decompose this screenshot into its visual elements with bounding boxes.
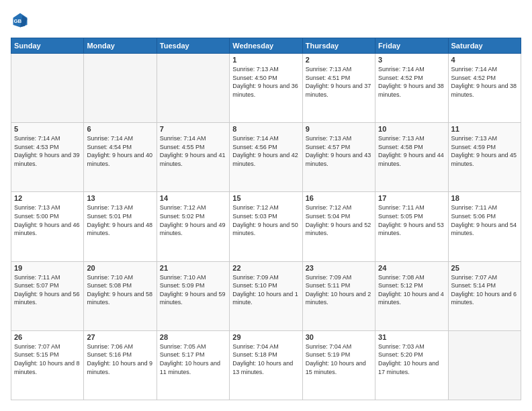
day-cell <box>11 54 84 123</box>
logo: GB <box>11 11 32 30</box>
day-cell: 2Sunrise: 7:13 AM Sunset: 4:51 PM Daylig… <box>302 54 375 123</box>
day-cell: 26Sunrise: 7:07 AM Sunset: 5:15 PM Dayli… <box>11 330 84 400</box>
weekday-thursday: Thursday <box>302 38 375 54</box>
day-number: 16 <box>306 194 372 202</box>
week-row-1: 1Sunrise: 7:13 AM Sunset: 4:50 PM Daylig… <box>11 54 521 123</box>
weekday-header-row: SundayMondayTuesdayWednesdayThursdayFrid… <box>11 38 521 54</box>
day-number: 12 <box>14 194 81 202</box>
weekday-sunday: Sunday <box>11 38 84 54</box>
day-info: Sunrise: 7:09 AM Sunset: 5:10 PM Dayligh… <box>232 273 299 307</box>
day-number: 22 <box>232 264 299 272</box>
day-cell: 17Sunrise: 7:11 AM Sunset: 5:05 PM Dayli… <box>375 192 448 261</box>
day-cell: 18Sunrise: 7:11 AM Sunset: 5:06 PM Dayli… <box>448 192 521 261</box>
day-cell: 3Sunrise: 7:14 AM Sunset: 4:52 PM Daylig… <box>375 54 448 123</box>
day-cell: 27Sunrise: 7:06 AM Sunset: 5:16 PM Dayli… <box>84 330 157 400</box>
day-info: Sunrise: 7:11 AM Sunset: 5:07 PM Dayligh… <box>14 273 81 307</box>
day-cell: 7Sunrise: 7:14 AM Sunset: 4:55 PM Daylig… <box>157 123 229 192</box>
day-cell: 25Sunrise: 7:07 AM Sunset: 5:14 PM Dayli… <box>448 261 521 330</box>
day-info: Sunrise: 7:13 AM Sunset: 5:01 PM Dayligh… <box>87 203 153 237</box>
day-number: 31 <box>378 333 445 341</box>
day-cell: 19Sunrise: 7:11 AM Sunset: 5:07 PM Dayli… <box>11 261 84 330</box>
day-cell: 24Sunrise: 7:08 AM Sunset: 5:12 PM Dayli… <box>375 261 448 330</box>
day-cell: 10Sunrise: 7:13 AM Sunset: 4:58 PM Dayli… <box>375 123 448 192</box>
day-cell: 8Sunrise: 7:14 AM Sunset: 4:56 PM Daylig… <box>230 123 302 192</box>
day-number: 6 <box>87 125 153 133</box>
header: GB <box>11 11 521 30</box>
page: GB SundayMondayTuesdayWednesdayThursdayF… <box>0 0 532 411</box>
day-info: Sunrise: 7:13 AM Sunset: 4:57 PM Dayligh… <box>306 134 372 168</box>
day-info: Sunrise: 7:14 AM Sunset: 4:52 PM Dayligh… <box>451 65 518 99</box>
day-number: 7 <box>160 125 226 133</box>
day-number: 30 <box>306 333 372 341</box>
day-cell: 22Sunrise: 7:09 AM Sunset: 5:10 PM Dayli… <box>230 261 302 330</box>
weekday-friday: Friday <box>375 38 448 54</box>
day-number: 3 <box>378 56 445 64</box>
week-row-5: 26Sunrise: 7:07 AM Sunset: 5:15 PM Dayli… <box>11 330 521 400</box>
day-info: Sunrise: 7:10 AM Sunset: 5:08 PM Dayligh… <box>87 273 153 307</box>
day-number: 5 <box>14 125 81 133</box>
weekday-saturday: Saturday <box>448 38 521 54</box>
day-info: Sunrise: 7:05 AM Sunset: 5:17 PM Dayligh… <box>160 342 226 376</box>
day-info: Sunrise: 7:07 AM Sunset: 5:15 PM Dayligh… <box>14 342 81 376</box>
day-info: Sunrise: 7:13 AM Sunset: 4:58 PM Dayligh… <box>378 134 445 168</box>
day-number: 20 <box>87 264 153 272</box>
day-info: Sunrise: 7:12 AM Sunset: 5:03 PM Dayligh… <box>232 203 299 237</box>
day-info: Sunrise: 7:07 AM Sunset: 5:14 PM Dayligh… <box>451 273 518 307</box>
day-info: Sunrise: 7:14 AM Sunset: 4:56 PM Dayligh… <box>232 134 299 168</box>
day-info: Sunrise: 7:04 AM Sunset: 5:18 PM Dayligh… <box>232 342 299 376</box>
day-number: 9 <box>306 125 372 133</box>
generalblue-logo-icon: GB <box>11 11 30 30</box>
day-info: Sunrise: 7:14 AM Sunset: 4:52 PM Dayligh… <box>378 65 445 99</box>
day-number: 26 <box>14 333 81 341</box>
day-number: 4 <box>451 56 518 64</box>
day-info: Sunrise: 7:04 AM Sunset: 5:19 PM Dayligh… <box>306 342 372 376</box>
day-info: Sunrise: 7:06 AM Sunset: 5:16 PM Dayligh… <box>87 342 153 376</box>
day-cell: 28Sunrise: 7:05 AM Sunset: 5:17 PM Dayli… <box>157 330 229 400</box>
calendar-table: SundayMondayTuesdayWednesdayThursdayFrid… <box>11 38 521 400</box>
day-cell: 15Sunrise: 7:12 AM Sunset: 5:03 PM Dayli… <box>230 192 302 261</box>
day-number: 18 <box>451 194 518 202</box>
day-number: 15 <box>232 194 299 202</box>
day-number: 13 <box>87 194 153 202</box>
day-cell: 20Sunrise: 7:10 AM Sunset: 5:08 PM Dayli… <box>84 261 157 330</box>
day-info: Sunrise: 7:12 AM Sunset: 5:04 PM Dayligh… <box>306 203 372 237</box>
day-info: Sunrise: 7:09 AM Sunset: 5:11 PM Dayligh… <box>306 273 372 307</box>
day-number: 25 <box>451 264 518 272</box>
day-number: 14 <box>160 194 226 202</box>
day-info: Sunrise: 7:14 AM Sunset: 4:54 PM Dayligh… <box>87 134 153 168</box>
day-number: 2 <box>306 56 372 64</box>
week-row-2: 5Sunrise: 7:14 AM Sunset: 4:53 PM Daylig… <box>11 123 521 192</box>
weekday-monday: Monday <box>84 38 157 54</box>
day-info: Sunrise: 7:08 AM Sunset: 5:12 PM Dayligh… <box>378 273 445 307</box>
day-info: Sunrise: 7:13 AM Sunset: 4:50 PM Dayligh… <box>232 65 299 99</box>
svg-text:GB: GB <box>13 18 21 24</box>
day-info: Sunrise: 7:14 AM Sunset: 4:55 PM Dayligh… <box>160 134 226 168</box>
day-cell: 13Sunrise: 7:13 AM Sunset: 5:01 PM Dayli… <box>84 192 157 261</box>
day-cell: 16Sunrise: 7:12 AM Sunset: 5:04 PM Dayli… <box>302 192 375 261</box>
day-cell: 21Sunrise: 7:10 AM Sunset: 5:09 PM Dayli… <box>157 261 229 330</box>
day-info: Sunrise: 7:12 AM Sunset: 5:02 PM Dayligh… <box>160 203 226 237</box>
day-number: 21 <box>160 264 226 272</box>
day-cell: 11Sunrise: 7:13 AM Sunset: 4:59 PM Dayli… <box>448 123 521 192</box>
day-number: 24 <box>378 264 445 272</box>
day-number: 10 <box>378 125 445 133</box>
day-cell <box>448 330 521 400</box>
day-cell: 4Sunrise: 7:14 AM Sunset: 4:52 PM Daylig… <box>448 54 521 123</box>
day-cell: 9Sunrise: 7:13 AM Sunset: 4:57 PM Daylig… <box>302 123 375 192</box>
day-number: 29 <box>232 333 299 341</box>
weekday-wednesday: Wednesday <box>230 38 302 54</box>
day-info: Sunrise: 7:14 AM Sunset: 4:53 PM Dayligh… <box>14 134 81 168</box>
day-info: Sunrise: 7:11 AM Sunset: 5:06 PM Dayligh… <box>451 203 518 237</box>
weekday-tuesday: Tuesday <box>157 38 229 54</box>
day-info: Sunrise: 7:13 AM Sunset: 4:51 PM Dayligh… <box>306 65 372 99</box>
day-info: Sunrise: 7:10 AM Sunset: 5:09 PM Dayligh… <box>160 273 226 307</box>
week-row-4: 19Sunrise: 7:11 AM Sunset: 5:07 PM Dayli… <box>11 261 521 330</box>
day-number: 17 <box>378 194 445 202</box>
day-number: 23 <box>306 264 372 272</box>
day-cell: 29Sunrise: 7:04 AM Sunset: 5:18 PM Dayli… <box>230 330 302 400</box>
day-info: Sunrise: 7:13 AM Sunset: 5:00 PM Dayligh… <box>14 203 81 237</box>
day-number: 1 <box>232 56 299 64</box>
day-number: 11 <box>451 125 518 133</box>
day-cell: 5Sunrise: 7:14 AM Sunset: 4:53 PM Daylig… <box>11 123 84 192</box>
day-number: 19 <box>14 264 81 272</box>
